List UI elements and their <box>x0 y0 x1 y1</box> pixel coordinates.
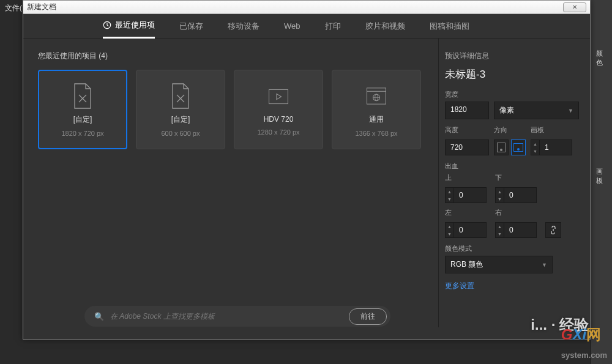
preset-name: 通用 <box>369 114 384 125</box>
preset-hdv720[interactable]: HDV 720 1280 x 720 px <box>234 70 323 149</box>
clock-icon <box>103 21 111 29</box>
tab-label: 图稿和插图 <box>430 21 469 32</box>
step-down-icon[interactable]: ▼ <box>446 230 454 237</box>
artboard-count-stepper[interactable]: ▲▼ 1 <box>531 139 572 155</box>
bleed-left-stepper[interactable]: ▲▼0 <box>445 222 487 238</box>
bleed-bottom-label: 下 <box>495 173 537 182</box>
preset-dimensions: 1280 x 720 px <box>257 128 299 136</box>
tab-saved[interactable]: 已保存 <box>179 15 203 38</box>
bleed-right-value[interactable]: 0 <box>504 223 536 237</box>
height-input[interactable]: 720 <box>445 139 489 155</box>
height-label: 高度 <box>445 125 489 135</box>
preset-custom-1[interactable]: [自定] 1820 x 720 px <box>38 70 127 149</box>
bleed-top-value[interactable]: 0 <box>454 188 486 202</box>
tab-label: 打印 <box>325 21 341 32</box>
more-settings-link[interactable]: 更多设置 <box>445 281 579 291</box>
document-icon <box>170 83 191 110</box>
bleed-top-label: 上 <box>445 173 487 182</box>
orientation-portrait[interactable] <box>494 139 509 155</box>
document-icon <box>72 83 93 110</box>
tab-art-illustration[interactable]: 图稿和插图 <box>430 15 469 38</box>
step-up-icon[interactable]: ▲ <box>496 188 504 195</box>
preset-details-panel: 预设详细信息 未标题-3 宽度 1820 像素 ▼ 高度 720 方向 <box>438 39 590 327</box>
color-mode-select[interactable]: RGB 颜色 ▼ <box>445 256 553 273</box>
chevron-down-icon: ▼ <box>568 108 573 114</box>
search-icon: 🔍 <box>94 312 104 321</box>
step-up-icon[interactable]: ▲ <box>446 188 454 195</box>
bleed-bottom-stepper[interactable]: ▲▼0 <box>495 187 537 203</box>
artboard-value[interactable]: 1 <box>540 140 572 155</box>
dialog-title: 新建文档 <box>27 2 56 12</box>
recent-items-heading: 您最近使用的项目 (4) <box>38 51 424 61</box>
tab-label: 最近使用项 <box>115 20 155 31</box>
link-icon <box>549 226 558 234</box>
category-tabs: 最近使用项 已保存 移动设备 Web 打印 胶片和视频 图稿和插图 <box>23 14 590 39</box>
tab-film-video[interactable]: 胶片和视频 <box>365 15 405 38</box>
tab-web[interactable]: Web <box>284 15 300 37</box>
landscape-icon <box>513 143 523 152</box>
preset-area: 您最近使用的项目 (4) [自定] 1820 x 720 px [自定] 600… <box>23 39 438 327</box>
document-name-input[interactable]: 未标题-3 <box>445 67 579 81</box>
tab-recent[interactable]: 最近使用项 <box>103 13 155 39</box>
chevron-down-icon: ▼ <box>542 262 547 268</box>
preset-web-common[interactable]: 通用 1366 x 768 px <box>332 70 421 149</box>
tab-label: 移动设备 <box>228 21 259 32</box>
svg-rect-2 <box>367 87 386 103</box>
preset-dimensions: 1820 x 720 px <box>61 130 103 137</box>
bleed-right-stepper[interactable]: ▲▼0 <box>495 222 537 238</box>
watermark-gxi: GXi网 system.com <box>561 325 607 362</box>
adobe-stock-search: 🔍 在 Adobe Stock 上查找更多模板 前往 <box>84 306 390 327</box>
details-heading: 预设详细信息 <box>445 51 579 61</box>
tab-label: 胶片和视频 <box>365 21 405 32</box>
bleed-left-label: 左 <box>445 208 487 217</box>
tab-mobile[interactable]: 移动设备 <box>228 15 259 38</box>
step-down-icon[interactable]: ▼ <box>446 195 454 202</box>
step-down-icon[interactable]: ▼ <box>496 230 504 237</box>
width-label: 宽度 <box>445 90 579 99</box>
orientation-landscape[interactable] <box>511 139 526 155</box>
search-placeholder[interactable]: 在 Adobe Stock 上查找更多模板 <box>110 311 343 322</box>
bg-panel-artboard: 画板 <box>591 72 612 190</box>
step-down-icon[interactable]: ▼ <box>531 147 540 155</box>
web-icon <box>366 83 387 110</box>
step-up-icon[interactable]: ▲ <box>496 223 504 230</box>
preset-name: [自定] <box>171 114 190 125</box>
artboard-label: 画板 <box>531 125 572 135</box>
bleed-right-label: 右 <box>495 208 537 217</box>
preset-dimensions: 1366 x 768 px <box>355 130 397 137</box>
tab-label: Web <box>284 21 300 31</box>
tab-label: 已保存 <box>179 21 203 32</box>
play-icon <box>268 83 289 110</box>
step-up-icon[interactable]: ▲ <box>531 140 540 147</box>
bleed-label: 出血 <box>445 162 579 171</box>
step-up-icon[interactable]: ▲ <box>446 223 454 230</box>
svg-rect-1 <box>269 89 288 103</box>
bg-panel-color: 颜色 <box>591 0 612 72</box>
bleed-link-toggle[interactable] <box>545 222 561 238</box>
unit-value: 像素 <box>499 105 514 116</box>
orientation-label: 方向 <box>494 125 526 135</box>
unit-select[interactable]: 像素 ▼ <box>494 102 579 119</box>
bleed-left-value[interactable]: 0 <box>454 223 486 237</box>
preset-name: HDV 720 <box>264 115 294 124</box>
color-mode-label: 颜色模式 <box>445 244 579 253</box>
step-down-icon[interactable]: ▼ <box>496 195 504 202</box>
tab-print[interactable]: 打印 <box>325 15 341 38</box>
close-button[interactable]: ✕ <box>563 2 586 12</box>
preset-custom-2[interactable]: [自定] 600 x 600 px <box>136 70 225 149</box>
portrait-icon <box>497 143 506 152</box>
new-document-dialog: 新建文档 ✕ 最近使用项 已保存 移动设备 Web 打印 胶片和视频 图稿和插图… <box>23 0 591 340</box>
preset-dimensions: 600 x 600 px <box>162 130 200 137</box>
bleed-top-stepper[interactable]: ▲▼0 <box>445 187 487 203</box>
dialog-titlebar: 新建文档 ✕ <box>23 1 590 14</box>
search-go-button[interactable]: 前往 <box>349 308 387 325</box>
width-input[interactable]: 1820 <box>445 102 489 119</box>
preset-name: [自定] <box>73 114 92 125</box>
bleed-bottom-value[interactable]: 0 <box>504 188 536 202</box>
color-mode-value: RGB 颜色 <box>450 259 483 270</box>
bg-right-panel: 颜色 画板 <box>591 0 612 364</box>
